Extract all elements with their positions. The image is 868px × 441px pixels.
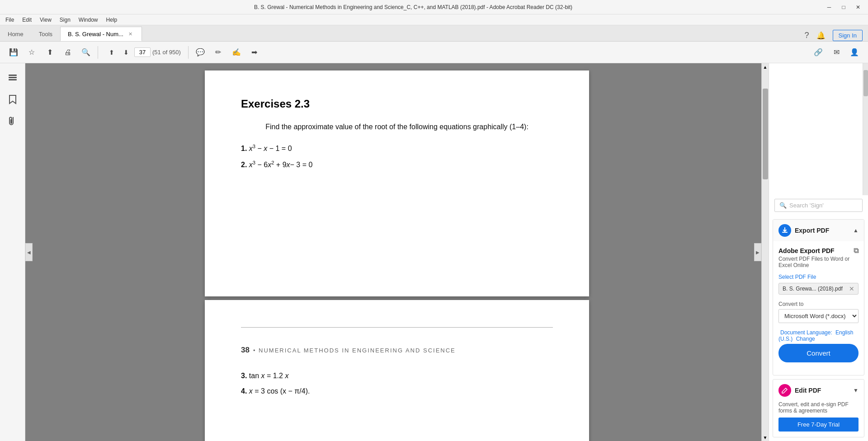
main-layout: ◀ Exercises 2.3 Find the approximate val… bbox=[0, 63, 868, 441]
adobe-export-title: Adobe Export PDF ⧉ bbox=[778, 247, 859, 255]
export-pdf-icon bbox=[778, 224, 791, 237]
doc-language: Document Language: English (U.S.) Change bbox=[778, 329, 859, 342]
convert-to-label: Convert to bbox=[778, 301, 859, 307]
tab-bar-right: ? 🔔 Sign In bbox=[799, 30, 868, 41]
help-icon[interactable]: ? bbox=[805, 31, 809, 40]
pdf-area: ◀ Exercises 2.3 Find the approximate val… bbox=[25, 63, 769, 441]
title-bar-controls: ─ □ ✕ bbox=[823, 1, 864, 14]
page-total: (51 of 950) bbox=[152, 49, 181, 56]
edit-chevron-down-icon: ▼ bbox=[853, 387, 859, 394]
scroll-down-button[interactable]: ▼ bbox=[762, 434, 769, 441]
item-equation-2: x3 − 6x2 + 9x− 3 = 0 bbox=[249, 161, 313, 169]
item-equation-1: x3 − x − 1 = 0 bbox=[249, 145, 292, 152]
copy-icon[interactable]: ⧉ bbox=[854, 247, 859, 255]
export-pdf-label: Export PDF bbox=[795, 227, 829, 234]
menu-file[interactable]: File bbox=[2, 16, 18, 24]
item-equation-4: x = 3 cos (x − π/4). bbox=[249, 387, 310, 395]
menu-window[interactable]: Window bbox=[75, 16, 102, 24]
search-sign[interactable]: 🔍 Search 'Sign' bbox=[774, 199, 863, 212]
prev-page-button[interactable]: ⬆ bbox=[105, 46, 118, 59]
sidebar-bookmark-icon[interactable] bbox=[4, 90, 22, 108]
menu-help[interactable]: Help bbox=[103, 16, 121, 24]
pdf-scrollbar[interactable]: ▲ ▼ bbox=[761, 63, 769, 441]
page-number-input[interactable] bbox=[134, 47, 151, 57]
upload-button[interactable]: ⬆ bbox=[42, 44, 58, 61]
left-sidebar bbox=[0, 63, 25, 441]
bookmark-button[interactable]: ☆ bbox=[24, 44, 40, 61]
convert-button[interactable]: Convert bbox=[778, 344, 859, 362]
user-button[interactable]: 👤 bbox=[846, 44, 863, 61]
print-button[interactable]: 🖨 bbox=[60, 44, 76, 61]
toolbar-separator-2 bbox=[188, 46, 189, 59]
share-button[interactable]: ➡ bbox=[246, 44, 263, 61]
change-language-link[interactable]: Change bbox=[796, 336, 815, 342]
book-title-footer: • Numerical Methods in Engineering and S… bbox=[253, 347, 456, 354]
edit-pdf-label: Edit PDF bbox=[795, 387, 821, 394]
export-pdf-header[interactable]: Export PDF ▲ bbox=[773, 220, 864, 241]
convert-to-select[interactable]: Microsoft Word (*.docx) Microsoft Excel … bbox=[778, 309, 859, 323]
toolbar-right: 🔗 ✉ 👤 bbox=[810, 44, 863, 61]
export-pdf-header-left: Export PDF bbox=[778, 224, 829, 237]
svg-rect-2 bbox=[9, 79, 17, 80]
menu-view[interactable]: View bbox=[36, 16, 55, 24]
right-panel: 🔍 Search 'Sign' Export PDF ▲ bbox=[769, 63, 868, 441]
email-button[interactable]: ✉ bbox=[828, 44, 844, 61]
search-icon: 🔍 bbox=[779, 202, 787, 209]
highlight-button[interactable]: ✍ bbox=[228, 44, 245, 61]
collapse-right-button[interactable]: ▶ bbox=[754, 243, 761, 261]
select-pdf-label[interactable]: Select PDF File bbox=[778, 274, 859, 280]
tab-active-label: B. S. Grewal - Num... bbox=[68, 31, 123, 38]
file-name: B. S. Grewa... (2018).pdf bbox=[783, 286, 843, 292]
pdf-pages: Exercises 2.3 Find the approximate value… bbox=[25, 63, 769, 441]
page-nav: ⬆ ⬇ (51 of 950) bbox=[105, 46, 181, 59]
scroll-track[interactable] bbox=[762, 70, 769, 434]
sidebar-layers-icon[interactable] bbox=[4, 69, 22, 87]
item-number-4: 4. bbox=[241, 387, 247, 395]
sidebar-attachment-icon[interactable] bbox=[4, 112, 22, 130]
file-chip: B. S. Grewa... (2018).pdf ✕ bbox=[778, 283, 859, 295]
file-remove-button[interactable]: ✕ bbox=[849, 285, 854, 292]
comment-button[interactable]: 💬 bbox=[192, 44, 208, 61]
minimize-button[interactable]: ─ bbox=[823, 1, 835, 14]
search-button[interactable]: 🔍 bbox=[78, 44, 94, 61]
edit-pdf-section: Edit PDF ▼ Convert, edit and e-sign PDF … bbox=[773, 379, 864, 437]
tab-bar: Home Tools B. S. Grewal - Num... ✕ ? 🔔 S… bbox=[0, 25, 868, 42]
next-page-button[interactable]: ⬇ bbox=[120, 46, 132, 59]
free-trial-button[interactable]: Free 7-Day Trial bbox=[778, 418, 859, 432]
close-button[interactable]: ✕ bbox=[852, 1, 864, 14]
exercise-intro: Find the approximate value of the root o… bbox=[241, 121, 553, 133]
collapse-left-button[interactable]: ◀ bbox=[25, 243, 33, 261]
svg-rect-0 bbox=[9, 75, 17, 76]
page-number-footer: 38 bbox=[241, 346, 250, 355]
link-button[interactable]: 🔗 bbox=[810, 44, 826, 61]
right-panel-scroll-thumb[interactable] bbox=[863, 70, 868, 96]
export-pdf-section: Export PDF ▲ Adobe Export PDF ⧉ Convert … bbox=[773, 219, 864, 375]
menu-sign[interactable]: Sign bbox=[56, 16, 74, 24]
adobe-export-desc: Convert PDF Files to Word or Excel Onlin… bbox=[778, 256, 859, 268]
pdf-page-1: Exercises 2.3 Find the approximate value… bbox=[205, 70, 589, 296]
edit-button[interactable]: ✏ bbox=[210, 44, 226, 61]
edit-pdf-icon bbox=[778, 384, 791, 397]
tab-tools[interactable]: Tools bbox=[31, 27, 60, 41]
exercise-title: Exercises 2.3 bbox=[241, 98, 553, 110]
search-sign-placeholder: Search 'Sign' bbox=[789, 202, 824, 209]
item-number-3: 3. bbox=[241, 372, 247, 380]
sign-in-button[interactable]: Sign In bbox=[833, 30, 863, 41]
save-button[interactable]: 💾 bbox=[5, 44, 22, 61]
maximize-button[interactable]: □ bbox=[837, 1, 850, 14]
tab-home[interactable]: Home bbox=[0, 27, 31, 41]
exercise-item-1: 1. x3 − x − 1 = 0 bbox=[241, 144, 553, 153]
item-number-1: 1. bbox=[241, 145, 247, 152]
tab-active-document[interactable]: B. S. Grewal - Num... ✕ bbox=[60, 27, 142, 41]
menu-edit[interactable]: Edit bbox=[19, 16, 35, 24]
menu-bar: File Edit View Sign Window Help bbox=[0, 14, 868, 25]
page-divider bbox=[241, 327, 553, 328]
tab-close-button[interactable]: ✕ bbox=[127, 30, 134, 38]
exercise-item-4: 4. x = 3 cos (x − π/4). bbox=[241, 387, 553, 395]
edit-pdf-header[interactable]: Edit PDF ▼ bbox=[773, 380, 864, 401]
scroll-up-button[interactable]: ▲ bbox=[762, 63, 769, 70]
notifications-icon[interactable]: 🔔 bbox=[816, 31, 826, 40]
edit-promo: Convert, edit and e-sign PDF forms & agr… bbox=[773, 401, 864, 418]
right-panel-scrollbar[interactable] bbox=[863, 63, 868, 195]
scroll-thumb[interactable] bbox=[763, 89, 768, 179]
